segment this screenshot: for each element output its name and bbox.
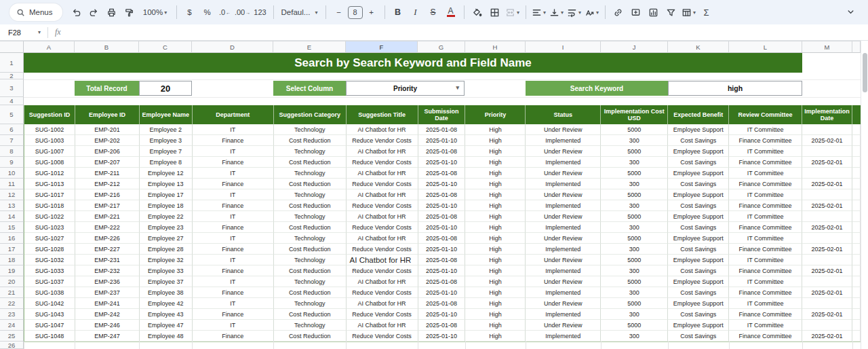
cell[interactable]: High bbox=[465, 135, 526, 146]
cell[interactable]: AI Chatbot for HR bbox=[347, 189, 418, 200]
column-header-J[interactable]: J bbox=[601, 41, 668, 53]
cell[interactable]: 5000 bbox=[601, 320, 668, 331]
table-header-cell[interactable]: Employee Name bbox=[140, 105, 193, 124]
cell[interactable]: High bbox=[465, 233, 526, 244]
row-header-14[interactable]: 14 bbox=[0, 211, 24, 222]
cell[interactable]: 300 bbox=[601, 244, 668, 255]
total-record-value[interactable]: 20 bbox=[139, 81, 192, 96]
cell[interactable]: Finance bbox=[193, 179, 274, 189]
cell[interactable]: Employee 18 bbox=[140, 200, 193, 211]
cell[interactable]: 2025-02-01 bbox=[802, 179, 852, 189]
cell[interactable]: 5000 bbox=[601, 168, 668, 179]
table-header-cell[interactable]: Suggestion Category bbox=[274, 105, 347, 124]
fill-color-button[interactable] bbox=[469, 4, 486, 20]
cell[interactable]: SUG-1048 bbox=[24, 331, 75, 342]
name-box[interactable]: F28 ▾ bbox=[0, 29, 45, 37]
decrease-decimal-button[interactable]: .0← bbox=[217, 4, 233, 20]
column-header-C[interactable]: C bbox=[139, 41, 192, 53]
row-header-24[interactable]: 24 bbox=[0, 320, 24, 331]
cell[interactable] bbox=[852, 168, 861, 179]
cell[interactable]: Employee Support bbox=[668, 320, 729, 331]
cell[interactable]: 2025-01-08 bbox=[418, 146, 466, 157]
table-header-cell[interactable]: Suggestion ID bbox=[24, 105, 75, 124]
cell[interactable]: High bbox=[465, 179, 526, 189]
table-header-cell[interactable]: Expected Benefit bbox=[668, 105, 729, 124]
cell[interactable]: 2025-01-10 bbox=[418, 157, 466, 168]
zoom-select[interactable]: 100%▾ bbox=[139, 4, 172, 20]
table-header-cell[interactable]: Priority bbox=[465, 105, 526, 124]
column-header-extra[interactable] bbox=[852, 41, 861, 53]
merge-cells-button[interactable]: ▾ bbox=[505, 4, 521, 20]
cell[interactable]: 2025-01-08 bbox=[418, 276, 466, 287]
cell[interactable]: Employee 8 bbox=[140, 157, 193, 168]
cell[interactable]: Finance bbox=[193, 265, 274, 276]
cell[interactable]: High bbox=[465, 331, 526, 342]
cell[interactable] bbox=[802, 255, 852, 265]
cell[interactable]: 5000 bbox=[601, 233, 668, 244]
select-all-corner[interactable] bbox=[0, 41, 24, 53]
cell[interactable]: SUG-1017 bbox=[24, 189, 75, 200]
cell[interactable]: SUG-1042 bbox=[24, 298, 75, 309]
cell[interactable]: SUG-1003 bbox=[24, 135, 75, 146]
cell[interactable] bbox=[802, 168, 852, 179]
cell[interactable]: SUG-1018 bbox=[24, 200, 75, 211]
column-header-H[interactable]: H bbox=[465, 41, 526, 53]
cell[interactable] bbox=[802, 298, 852, 309]
cell[interactable]: 2025-02-01 bbox=[802, 265, 852, 276]
percent-format-button[interactable]: % bbox=[199, 4, 216, 20]
cell[interactable]: 2025-01-08 bbox=[418, 320, 466, 331]
cell[interactable]: High bbox=[465, 168, 526, 179]
row-header-7[interactable]: 7 bbox=[0, 135, 24, 146]
cell[interactable] bbox=[852, 298, 861, 309]
cell[interactable]: Finance bbox=[193, 309, 274, 320]
cell[interactable] bbox=[802, 124, 852, 135]
cell[interactable]: Finance bbox=[193, 222, 274, 233]
cell[interactable]: 300 bbox=[601, 157, 668, 168]
cell[interactable]: 2025-01-10 bbox=[418, 135, 466, 146]
cell[interactable]: Finance bbox=[193, 331, 274, 342]
search-keyword-value[interactable]: high bbox=[668, 81, 802, 96]
cell[interactable]: 2025-01-10 bbox=[418, 265, 466, 276]
cell[interactable]: Cost Savings bbox=[668, 287, 729, 298]
row-header-22[interactable]: 22 bbox=[0, 298, 24, 309]
cell[interactable]: 5000 bbox=[601, 298, 668, 309]
cell[interactable] bbox=[852, 276, 861, 287]
cell[interactable]: High bbox=[465, 309, 526, 320]
cell[interactable]: Employee 27 bbox=[140, 233, 193, 244]
font-select[interactable]: Defaul...▾ bbox=[279, 4, 321, 20]
row-header-9[interactable]: 9 bbox=[0, 157, 24, 168]
cell[interactable]: 2025-01-10 bbox=[418, 309, 466, 320]
cell[interactable]: Finance Committee bbox=[729, 179, 802, 189]
column-header-I[interactable]: I bbox=[526, 41, 601, 53]
cell[interactable]: Cost Savings bbox=[668, 265, 729, 276]
table-header-cell[interactable]: Implementation Date bbox=[802, 105, 852, 124]
select-column-label[interactable]: Select Column bbox=[273, 81, 346, 96]
cell[interactable]: EMP-202 bbox=[75, 135, 140, 146]
table-header-cell[interactable]: Submission Date bbox=[418, 105, 466, 124]
cell[interactable]: Finance bbox=[193, 135, 274, 146]
cell[interactable]: IT bbox=[193, 146, 274, 157]
cell[interactable]: 300 bbox=[601, 287, 668, 298]
cell[interactable]: EMP-201 bbox=[75, 124, 140, 135]
cell[interactable]: Finance Committee bbox=[729, 331, 802, 342]
cell[interactable]: 2025-01-08 bbox=[418, 189, 466, 200]
cell[interactable]: 2025-01-08 bbox=[418, 211, 466, 222]
cell[interactable]: Cost Reduction bbox=[274, 157, 347, 168]
cell[interactable]: Under Review bbox=[526, 211, 601, 222]
cell[interactable]: EMP-216 bbox=[75, 189, 140, 200]
cell[interactable]: EMP-242 bbox=[75, 309, 140, 320]
cell[interactable]: Implemented bbox=[526, 179, 601, 189]
cell[interactable] bbox=[852, 124, 861, 135]
cell[interactable]: Cost Reduction bbox=[274, 309, 347, 320]
cell[interactable]: EMP-236 bbox=[75, 276, 140, 287]
row-header-15[interactable]: 15 bbox=[0, 222, 24, 233]
cell[interactable]: IT Committee bbox=[729, 146, 802, 157]
cell[interactable]: High bbox=[465, 265, 526, 276]
cell[interactable]: SUG-1037 bbox=[24, 276, 75, 287]
cell[interactable]: SUG-1023 bbox=[24, 222, 75, 233]
cell[interactable] bbox=[852, 222, 861, 233]
cell[interactable]: High bbox=[465, 200, 526, 211]
cell[interactable]: High bbox=[465, 211, 526, 222]
column-header-A[interactable]: A bbox=[24, 41, 75, 53]
cell[interactable]: 2025-02-01 bbox=[802, 200, 852, 211]
